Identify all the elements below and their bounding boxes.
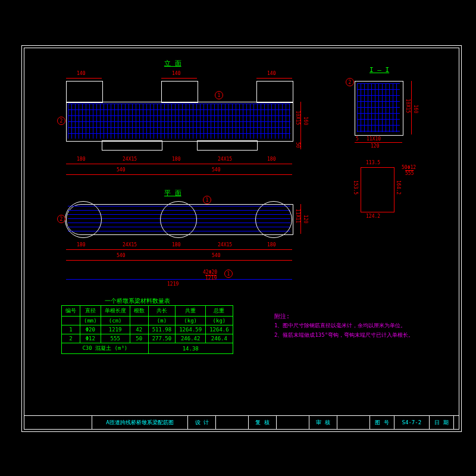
table-row: 1 Φ20 1219 42 511.98 1264.59 1264.6: [62, 325, 233, 334]
dim-160: 160: [303, 117, 308, 125]
dim-24x15-pl: 24X15: [123, 242, 137, 248]
tb-num-l: 图 号: [370, 416, 394, 429]
dlv-sec: [411, 81, 412, 134]
tb-drawing: A匝道跨线桥桥墩系梁配筋图: [92, 416, 188, 429]
bubble-2-plan: 2: [57, 215, 65, 223]
section-title: I — I: [369, 66, 389, 74]
tb-design-l: 设 计: [188, 416, 216, 429]
dim-180-pl: 180: [77, 242, 85, 248]
dim-540-l: 540: [117, 167, 125, 173]
bubble-2-elev: 2: [57, 117, 65, 125]
dim-140-r: 140: [267, 71, 275, 76]
tb-design-v: [216, 416, 249, 429]
table-row: 2 Φ12 555 50 277.50 246.42 246.4: [62, 334, 233, 343]
bubble-1-elev: 1: [215, 91, 223, 99]
dim-180-r: 180: [267, 156, 275, 162]
dim-50: 50: [295, 142, 300, 148]
tb-audit-v: [337, 416, 370, 429]
elev-foot-left: [102, 140, 162, 151]
dim-50p12: 50Φ12: [402, 165, 416, 170]
dl-sec-bot: [355, 142, 402, 143]
th-id: 编号: [62, 306, 80, 317]
dim-24x15-l: 24X15: [123, 156, 137, 162]
bubble-2-sec: 2: [346, 78, 354, 86]
dim-11x10-sec: 11X10: [367, 136, 381, 142]
tb-recheck-l: 复 核: [249, 416, 277, 429]
th-wt: 共重: [176, 306, 206, 317]
table-units-row: (mm) (cm) (m) (kg) (kg): [62, 317, 233, 325]
dl2: [161, 78, 197, 79]
th-tlen: 共长: [148, 306, 176, 317]
plan-circle-r: [255, 201, 292, 238]
dl-elev-bot2: [66, 174, 292, 175]
table-concrete-row: C30 混凝土 (m³) 14.38: [62, 343, 233, 354]
plan-circle-l: [65, 201, 102, 238]
tb-num-v: S4-7-2: [394, 416, 430, 429]
th-dia: 直径: [80, 306, 101, 317]
dim-164-2: 164.2: [396, 180, 401, 195]
dim-5-l: 5: [356, 136, 359, 142]
dim-10x15-sec: 10X15: [405, 99, 411, 113]
dim-120-plan: 120: [303, 215, 308, 223]
dim-140-l: 140: [77, 71, 85, 76]
dlv-plan: [300, 204, 301, 234]
bar-ref: 1219: [205, 275, 217, 281]
dim-540-pr: 540: [212, 253, 220, 258]
dlv-elev: [300, 102, 301, 149]
bar-spec: 42Φ20: [203, 270, 217, 275]
bubble-1-plan: 1: [203, 196, 211, 204]
bar-line: [66, 279, 292, 280]
material-table: 编号 直径 单根长度 根数 共长 共重 总重 (mm) (cm) (m) (kg…: [61, 305, 233, 354]
elev-notch-mid: [161, 81, 198, 103]
note-2: 2、箍筋末端做成135°弯钩，弯钩末端尺寸已计入单根长。: [274, 331, 414, 339]
elev-notch-left: [66, 81, 103, 103]
dl-elev-bot1: [66, 164, 292, 164]
bar-len: 1219: [167, 281, 178, 287]
dim-180-l: 180: [77, 156, 85, 162]
dim-180-pr: 180: [267, 242, 275, 248]
notes-title: 附注:: [274, 312, 290, 321]
elev-notch-right: [256, 81, 293, 103]
dl1: [66, 78, 102, 79]
dim-180-m: 180: [172, 156, 180, 162]
dim-11x11: 11X11: [295, 209, 300, 223]
dim-124-2: 124.2: [366, 214, 380, 219]
tb-date-l: 日 期: [430, 416, 454, 429]
dim-120-sec: 120: [371, 143, 379, 149]
drawing-frame: 立 面 2 1 140 140 140 180 24X15 180 24X15 …: [24, 48, 459, 430]
tb-recheck-v: [277, 416, 309, 429]
dim-153-5: 153.5: [353, 180, 358, 195]
dim-160-sec: 160: [413, 105, 418, 113]
plan-title: 平 面: [164, 189, 181, 198]
th-count: 根数: [130, 306, 148, 317]
dim-113-5: 113.5: [366, 160, 380, 165]
table-title: 一个桥墩系梁材料数量表: [105, 297, 170, 305]
elev-rebar: [68, 104, 290, 139]
dim-24x15-pr: 24X15: [218, 242, 232, 248]
bubble-1-bar: 1: [224, 270, 233, 278]
dim-555: 555: [405, 171, 414, 176]
tb-blank: [24, 416, 92, 429]
dim-540-pl: 540: [117, 253, 125, 258]
elevation-title: 立 面: [164, 59, 181, 68]
dl-plan-bot2: [66, 260, 292, 261]
dim-10x15: 10X15: [295, 111, 300, 125]
dim-24x15-r: 24X15: [218, 156, 232, 162]
plan-circle-m: [160, 201, 197, 238]
tb-date-v: [454, 416, 459, 429]
elev-foot-right: [197, 140, 258, 151]
th-twt: 总重: [206, 306, 233, 317]
section-rebar: [357, 83, 400, 132]
dim-180-pm: 180: [172, 242, 180, 248]
dl-plan-bot1: [66, 249, 292, 250]
table-header-row: 编号 直径 单根长度 根数 共长 共重 总重: [62, 306, 233, 317]
th-len: 单根长度: [101, 306, 130, 317]
tb-audit-l: 审 核: [309, 416, 337, 429]
dl3: [256, 78, 292, 79]
stirrup-box: [361, 167, 394, 212]
note-1: 1、图中尺寸除钢筋直径以毫米计，余均以厘米为单位。: [274, 322, 406, 330]
dim-540-r: 540: [212, 167, 220, 173]
title-block: A匝道跨线桥桥墩系梁配筋图 设 计 复 核 审 核 图 号 S4-7-2 日 期: [24, 415, 459, 429]
dim-140-m: 140: [172, 71, 180, 76]
